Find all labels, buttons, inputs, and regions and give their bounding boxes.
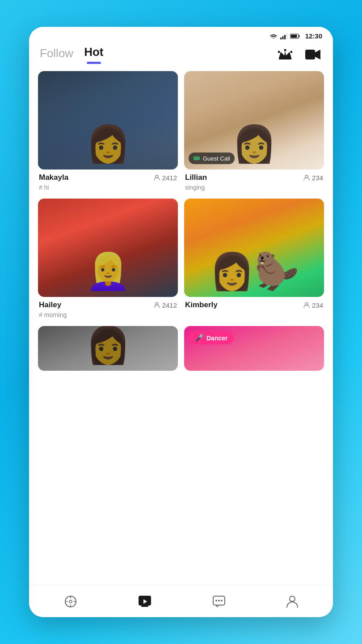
stream-card-kimberly[interactable]: Kimberly 234 <box>184 199 324 321</box>
stream-image-makayla <box>38 71 178 169</box>
viewer-count-makayla: 2412 <box>162 174 177 182</box>
svg-rect-0 <box>280 38 282 39</box>
stream-viewers-makayla: 2412 <box>154 174 177 182</box>
explore-icon <box>64 595 77 608</box>
svg-point-21 <box>69 600 72 603</box>
stream-viewers-lillian: 234 <box>303 174 323 182</box>
stream-info-kimberly: Kimberly 234 <box>184 297 324 313</box>
svg-rect-10 <box>305 50 315 59</box>
status-bar: 12:30 <box>29 27 333 42</box>
live-icon <box>138 595 152 608</box>
guest-call-text: Guest Call <box>203 155 230 162</box>
stream-info-makayla: Makayla 2412 # hi <box>38 169 178 193</box>
svg-rect-3 <box>286 33 287 39</box>
stream-info-hailey: Hailey 2412 # morning <box>38 297 178 321</box>
dancer-text: Dancer <box>206 335 227 342</box>
svg-point-32 <box>290 596 295 602</box>
svg-point-9 <box>284 49 286 51</box>
stream-image-lillian: Guest Call <box>184 71 324 169</box>
stream-viewers-hailey: 2412 <box>154 301 177 309</box>
tab-hot-wrapper[interactable]: Hot <box>84 45 103 64</box>
nav-profile[interactable] <box>279 591 306 612</box>
svg-point-29 <box>215 600 217 602</box>
status-time: 12:30 <box>305 32 322 40</box>
wifi-icon <box>269 33 278 39</box>
stream-card-makayla[interactable]: Makayla 2412 # hi <box>38 71 178 193</box>
app-header: Follow Hot <box>29 42 333 64</box>
phone-card: 12:30 Follow Hot <box>29 27 333 617</box>
nav-explore[interactable] <box>57 591 84 612</box>
content-grid: Makayla 2412 # hi <box>29 64 333 585</box>
guest-call-badge: Guest Call <box>189 153 235 164</box>
stream-image-partial-right: 🎤 Dancer <box>184 326 324 371</box>
guest-call-icon <box>193 155 200 162</box>
status-icons <box>269 33 300 39</box>
svg-rect-27 <box>141 606 148 607</box>
stream-image-hailey <box>38 199 178 297</box>
stream-name-lillian: Lillian <box>185 173 207 182</box>
stream-image-partial-left <box>38 326 178 371</box>
stream-name-row-lillian: Lillian 234 <box>185 173 323 182</box>
stream-name-kimberly: Kimberly <box>185 301 218 309</box>
svg-rect-6 <box>290 34 297 38</box>
profile-icon <box>286 595 299 608</box>
stream-name-row-hailey: Hailey 2412 <box>39 301 177 309</box>
nav-live[interactable] <box>130 591 159 612</box>
stream-name-makayla: Makayla <box>39 173 68 182</box>
bottom-nav <box>29 585 333 617</box>
grid-row-3-partial: 🎤 Dancer <box>38 326 324 371</box>
dancer-badge: 🎤 Dancer <box>189 331 234 344</box>
stream-name-row-makayla: Makayla 2412 <box>39 173 177 182</box>
stream-image-kimberly <box>184 199 324 297</box>
stream-info-lillian: Lillian 234 singing <box>184 169 324 193</box>
viewer-icon-makayla <box>154 174 160 181</box>
stream-viewers-kimberly: 234 <box>303 301 323 309</box>
nav-messages[interactable] <box>205 591 233 612</box>
grid-row-2: Hailey 2412 # morning <box>38 199 324 321</box>
tab-hot[interactable]: Hot <box>84 45 103 62</box>
viewer-icon-lillian <box>303 174 310 181</box>
stream-card-partial-left[interactable] <box>38 326 178 371</box>
messages-icon <box>212 595 226 608</box>
svg-point-30 <box>218 600 220 602</box>
viewer-count-hailey: 2412 <box>162 301 177 309</box>
video-button[interactable] <box>303 45 322 64</box>
svg-rect-1 <box>282 36 283 39</box>
stream-desc-lillian: singing <box>185 184 205 191</box>
svg-point-8 <box>290 51 293 53</box>
stream-card-partial-right[interactable]: 🎤 Dancer <box>184 326 324 371</box>
svg-point-31 <box>221 600 223 602</box>
tab-follow[interactable]: Follow <box>40 47 73 63</box>
stream-card-lillian[interactable]: Guest Call Lillian 234 <box>184 71 324 193</box>
viewer-icon-kimberly <box>303 302 310 308</box>
viewer-count-lillian: 234 <box>312 174 323 182</box>
grid-row-1: Makayla 2412 # hi <box>38 71 324 193</box>
dancer-emoji: 🎤 <box>195 334 204 342</box>
viewer-count-kimberly: 234 <box>312 301 323 309</box>
stream-desc-makayla: # hi <box>39 184 49 191</box>
viewer-icon-hailey <box>154 302 160 308</box>
stream-name-row-kimberly: Kimberly 234 <box>185 301 323 309</box>
battery-icon <box>290 34 300 39</box>
stream-name-hailey: Hailey <box>39 301 61 309</box>
svg-rect-5 <box>299 35 299 37</box>
svg-point-7 <box>278 51 280 53</box>
stream-card-hailey[interactable]: Hailey 2412 # morning <box>38 199 178 321</box>
crown-button[interactable] <box>276 45 295 64</box>
svg-rect-2 <box>284 35 286 39</box>
header-icons <box>276 45 322 64</box>
signal-icon <box>280 33 287 39</box>
stream-desc-hailey: # morning <box>39 311 67 318</box>
